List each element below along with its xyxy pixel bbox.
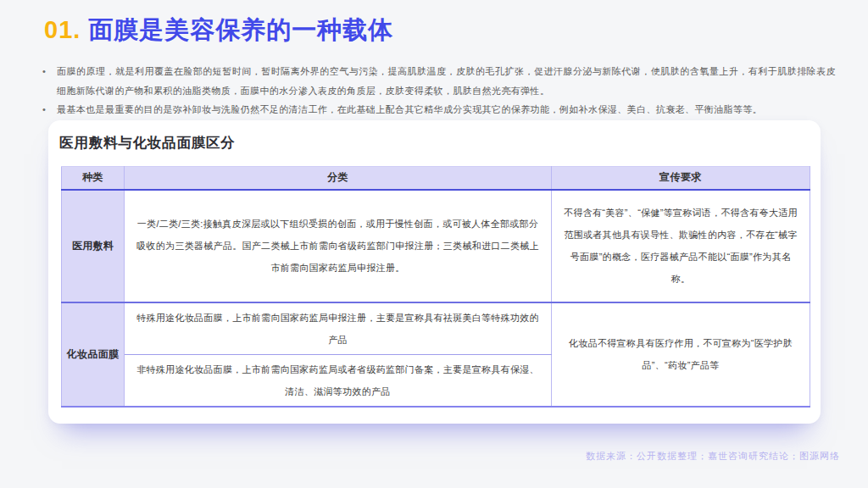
page-title-text: 面膜是美容保养的一种载体	[88, 16, 393, 43]
intro-bullet-2-text: 最基本也是最重要的目的是弥补卸妆与洗脸仍然不足的清洁工作，在此基础上配合其它精华…	[57, 104, 762, 114]
intro-bullet-1: • 面膜的原理，就是利用覆盖在脸部的短暂时间，暂时隔离外界的空气与污染，提高肌肤…	[41, 62, 836, 100]
intro-bullet-list: • 面膜的原理，就是利用覆盖在脸部的短暂时间，暂时隔离外界的空气与污染，提高肌肤…	[41, 62, 836, 119]
header-promotion-requirements: 宣传要求	[552, 167, 810, 190]
intro-bullet-1-text: 面膜的原理，就是利用覆盖在脸部的短暂时间，暂时隔离外界的空气与污染，提高肌肤温度…	[57, 66, 836, 96]
header-category: 种类	[62, 167, 125, 190]
bullet-dot: •	[42, 100, 46, 119]
page-title-number: 01.	[44, 16, 81, 43]
bullet-dot: •	[42, 62, 46, 81]
page-title: 01.面膜是美容保养的一种载体	[44, 14, 393, 47]
card-title: 医用敷料与化妆品面膜区分	[59, 134, 236, 152]
table-row: 化妆品面膜 特殊用途化妆品面膜，上市前需向国家药监局申报注册，主要是宣称具有祛斑…	[62, 302, 810, 355]
intro-bullet-2: • 最基本也是最重要的目的是弥补卸妆与洗脸仍然不足的清洁工作，在此基础上配合其它…	[41, 100, 836, 119]
cell-classification-medical-dressing: 一类/二类/三类:接触真皮深层或以下组织受损的创面，或用于慢性创面，或可被人体全…	[125, 190, 552, 302]
cell-category-medical-dressing: 医用敷料	[62, 190, 125, 302]
cell-classification-special-use: 特殊用途化妆品面膜，上市前需向国家药监局申报注册，主要是宣称具有祛斑美白等特殊功…	[125, 302, 552, 355]
comparison-table: 种类 分类 宣传要求 医用敷料 一类/二类/三类:接触真皮深层或以下组织受损的创…	[61, 166, 810, 408]
cell-category-cosmetic-mask: 化妆品面膜	[62, 302, 125, 407]
comparison-card: 医用敷料与化妆品面膜区分 种类 分类 宣传要求 医用敷料 一类/二类/三类:接触…	[48, 120, 821, 424]
table-row: 医用敷料 一类/二类/三类:接触真皮深层或以下组织受损的创面，或用于慢性创面，或…	[62, 190, 810, 302]
header-classification: 分类	[125, 167, 552, 190]
data-source-note: 数据来源：公开数据整理；嘉世咨询研究结论；图源网络	[586, 450, 840, 463]
cell-promotion-medical-dressing: 不得含有“美容”、“保健”等宣称词语，不得含有夸大适用范围或者其他具有误导性、欺…	[552, 190, 810, 302]
cell-classification-non-special-use: 非特殊用途化妆品面膜，上市前需向国家药监局或者省级药监部门备案，主要是宣称具有保…	[125, 354, 552, 407]
table-header-row: 种类 分类 宣传要求	[62, 167, 810, 190]
cell-promotion-cosmetic-mask: 化妆品不得宣称具有医疗作用，不可宣称为“医学护肤品”、“药妆”产品等	[552, 302, 810, 407]
